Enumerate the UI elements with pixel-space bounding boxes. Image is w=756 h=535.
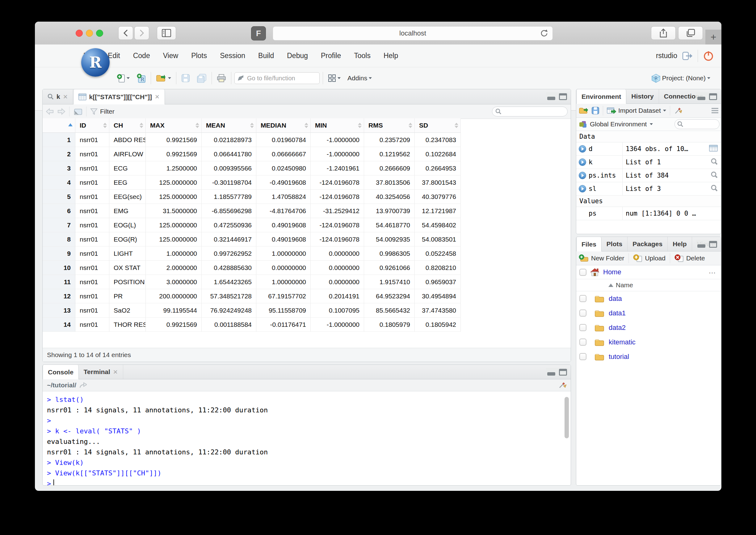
view-table-icon[interactable] [709, 145, 718, 153]
environment-object-row[interactable]: psnum [1:1364] 0 0 … [576, 207, 721, 220]
environment-object-row[interactable]: d1364 obs. of 10… [576, 142, 721, 156]
load-workspace-icon[interactable] [579, 106, 588, 115]
file-list-item[interactable]: data [576, 291, 721, 306]
extension-button[interactable]: F [251, 26, 266, 41]
list-view-icon[interactable] [711, 107, 718, 114]
file-list-item[interactable]: data1 [576, 306, 721, 320]
tab-terminal[interactable]: Terminal ✕ [79, 365, 123, 379]
browser-back-button[interactable] [118, 26, 133, 40]
tab-files[interactable]: Files [576, 237, 602, 251]
minimize-pane-icon[interactable] [547, 97, 555, 100]
addins-button[interactable]: Addins [346, 73, 374, 83]
menu-item-session[interactable]: Session [220, 52, 245, 60]
menu-item-code[interactable]: Code [133, 52, 150, 60]
close-window-button[interactable] [76, 30, 83, 37]
file-list-item[interactable]: kitematic [576, 335, 721, 349]
environment-object-row[interactable]: kList of 1 [576, 156, 721, 169]
file-checkbox[interactable] [580, 324, 586, 331]
files-header-row[interactable]: Name [576, 279, 721, 291]
column-header-median[interactable]: MEDIAN [256, 118, 311, 133]
pane-layout-button[interactable] [326, 73, 342, 83]
maximize-pane-icon[interactable] [709, 93, 717, 100]
inspect-object-icon[interactable] [711, 185, 718, 193]
zoom-window-button[interactable] [96, 30, 103, 37]
maximize-pane-icon[interactable] [559, 369, 567, 376]
expand-object-icon[interactable] [579, 172, 586, 179]
inspect-object-icon[interactable] [711, 158, 718, 166]
sign-out-icon[interactable] [682, 51, 693, 61]
file-checkbox[interactable] [580, 310, 586, 317]
file-checkbox[interactable] [580, 339, 586, 346]
menu-item-debug[interactable]: Debug [287, 52, 308, 60]
save-button[interactable] [179, 72, 192, 84]
menu-item-profile[interactable]: Profile [321, 52, 341, 60]
environment-object-row[interactable]: slList of 3 [576, 182, 721, 196]
viewer-search-box[interactable] [492, 106, 568, 116]
share-button[interactable] [651, 26, 676, 40]
tab-environment[interactable]: Environment [576, 89, 626, 104]
new-file-button[interactable] [115, 72, 132, 84]
tab-overview-button[interactable] [678, 26, 703, 40]
file-checkbox[interactable] [580, 295, 586, 302]
column-header-min[interactable]: MIN [311, 118, 364, 133]
tab-plots[interactable]: Plots [602, 237, 628, 251]
project-menu-button[interactable]: R Project: (None) [649, 72, 712, 84]
maximize-pane-icon[interactable] [709, 241, 717, 248]
environment-scope-label[interactable]: Global Environment [590, 121, 647, 128]
environment-object-row[interactable]: ps.intsList of 384 [576, 169, 721, 182]
file-list-item[interactable]: data2 [576, 320, 721, 335]
maximize-pane-icon[interactable] [559, 93, 567, 100]
close-tab-icon[interactable]: ✕ [155, 93, 160, 100]
nav-back-icon[interactable] [46, 108, 54, 115]
row-number-column-header[interactable] [42, 118, 75, 133]
folder-name-link[interactable]: tutorial [609, 353, 629, 361]
minimize-pane-icon[interactable] [697, 244, 705, 248]
browser-forward-button[interactable] [134, 26, 149, 40]
expand-object-icon[interactable] [579, 185, 586, 192]
minimize-pane-icon[interactable] [697, 97, 705, 100]
sidebar-toggle-button[interactable] [157, 26, 176, 40]
close-tab-icon[interactable]: ✕ [113, 369, 118, 376]
menu-item-plots[interactable]: Plots [191, 52, 207, 60]
column-header-ch[interactable]: CH [109, 118, 146, 133]
delete-button[interactable]: Delete [674, 254, 705, 262]
column-header-id[interactable]: ID [75, 118, 109, 133]
tab-help[interactable]: Help [668, 237, 692, 251]
menu-item-help[interactable]: Help [384, 52, 398, 60]
clear-console-broom-icon[interactable] [558, 381, 566, 389]
print-button[interactable] [215, 72, 228, 84]
folder-name-link[interactable]: data1 [609, 309, 626, 317]
menu-item-tools[interactable]: Tools [354, 52, 370, 60]
folder-name-link[interactable]: data [609, 295, 622, 303]
inspect-object-icon[interactable] [711, 171, 718, 180]
menu-item-build[interactable]: Build [258, 52, 274, 60]
select-all-checkbox[interactable] [580, 269, 586, 276]
viewer-search-input[interactable] [503, 108, 563, 115]
folder-name-link[interactable]: kitematic [609, 338, 635, 346]
folder-name-link[interactable]: data2 [609, 324, 626, 332]
tab-console[interactable]: Console [42, 365, 79, 379]
nav-forward-icon[interactable] [57, 108, 66, 115]
file-list-item[interactable]: tutorial [576, 349, 721, 364]
tab-data-viewer[interactable]: k[["STATS"]][["CH"]] ✕ [73, 89, 165, 104]
goto-directory-icon[interactable] [79, 382, 87, 388]
new-tab-button[interactable]: + [705, 30, 721, 44]
close-tab-icon[interactable]: ✕ [63, 93, 68, 100]
import-dataset-button[interactable]: Import Dataset [607, 107, 666, 114]
breadcrumb-home-link[interactable]: Home [603, 268, 621, 276]
column-header-sd[interactable]: SD [415, 118, 461, 133]
expand-object-icon[interactable] [579, 145, 586, 153]
tab-packages[interactable]: Packages [628, 237, 668, 251]
more-button[interactable]: … [709, 267, 716, 275]
minimize-pane-icon[interactable] [547, 372, 555, 376]
quit-session-button[interactable] [703, 50, 714, 62]
new-folder-button[interactable]: New Folder [579, 254, 624, 262]
open-file-button[interactable] [154, 72, 173, 84]
save-workspace-icon[interactable] [592, 107, 599, 114]
file-checkbox[interactable] [580, 353, 586, 360]
console-scrollbar-thumb[interactable] [564, 397, 569, 438]
save-all-button[interactable] [195, 72, 208, 84]
column-header-max[interactable]: MAX [146, 118, 202, 133]
clear-environment-broom-icon[interactable] [674, 106, 682, 115]
address-bar[interactable]: localhost [273, 26, 553, 41]
